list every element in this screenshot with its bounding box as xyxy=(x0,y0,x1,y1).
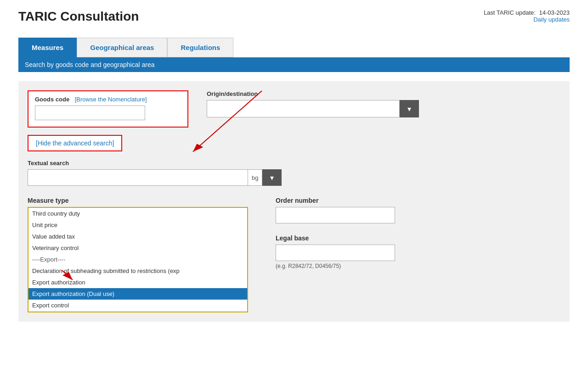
bottom-section: Measure type Third country dutyUnit pric… xyxy=(28,197,560,312)
origin-label: Origin/destination xyxy=(207,90,560,97)
language-dropdown-button[interactable]: ▾ xyxy=(262,169,282,186)
update-label: Last TARIC update: xyxy=(484,9,536,16)
legal-base-hint: (e.g. R2842/72, D0456/75) xyxy=(276,263,560,269)
legal-base-label: Legal base xyxy=(276,234,560,242)
textual-row: bg ▾ xyxy=(28,169,560,186)
list-item[interactable]: Unit price xyxy=(28,219,247,231)
list-item[interactable]: Value added tax xyxy=(28,231,247,242)
advanced-search-toggle: [Hide the advanced search] xyxy=(28,135,122,151)
goods-code-input[interactable] xyxy=(35,106,145,120)
chevron-down-icon: ▾ xyxy=(407,105,411,113)
tab-geographical-areas[interactable]: Geographical areas xyxy=(77,38,167,57)
main-content: Goods code [Browse the Nomenclature] Ori… xyxy=(18,81,570,322)
goods-code-label: Goods code [Browse the Nomenclature] xyxy=(35,96,181,103)
list-item[interactable]: Veterinary control xyxy=(28,242,247,254)
list-item[interactable]: Export authorization xyxy=(28,277,247,288)
hide-advanced-search-link[interactable]: [Hide the advanced search] xyxy=(36,139,114,147)
order-number-section: Order number xyxy=(276,197,560,223)
order-number-label: Order number xyxy=(276,197,560,204)
origin-input[interactable] xyxy=(207,100,400,117)
textual-search-input[interactable] xyxy=(28,169,248,186)
update-date: 14-03-2023 xyxy=(539,9,570,16)
measure-type-label: Measure type xyxy=(28,197,248,204)
legal-base-section: Legal base (e.g. R2842/72, D0456/75) xyxy=(276,234,560,269)
order-number-input[interactable] xyxy=(276,207,395,223)
textual-section: Textual search bg ▾ xyxy=(28,160,560,186)
measure-list[interactable]: Third country dutyUnit priceValue added … xyxy=(28,208,247,312)
list-item[interactable]: Export control xyxy=(28,300,247,311)
list-item[interactable]: Export control xyxy=(28,311,247,312)
textual-search-label: Textual search xyxy=(28,160,560,167)
page-title: TARIC Consultation xyxy=(18,9,139,24)
list-item[interactable]: Declaration of subheading submitted to r… xyxy=(28,265,247,277)
chevron-down-icon: ▾ xyxy=(270,173,274,182)
tab-measures[interactable]: Measures xyxy=(18,38,77,57)
measure-list-box: Third country dutyUnit priceValue added … xyxy=(28,207,248,312)
list-item[interactable]: Export authorization (Dual use) xyxy=(28,288,247,300)
right-panel: Order number Legal base (e.g. R2842/72, … xyxy=(276,197,560,312)
tabs: Measures Geographical areas Regulations xyxy=(18,38,570,57)
tab-regulations[interactable]: Regulations xyxy=(167,38,233,57)
goods-row: Goods code [Browse the Nomenclature] Ori… xyxy=(28,90,560,128)
daily-updates-link[interactable]: Daily updates xyxy=(533,16,570,23)
search-strip: Search by goods code and geographical ar… xyxy=(18,57,570,72)
update-info: Last TARIC update: 14-03-2023 Daily upda… xyxy=(484,9,570,23)
measure-type-section: Measure type Third country dutyUnit pric… xyxy=(28,197,248,312)
origin-dropdown-button[interactable]: ▾ xyxy=(400,100,419,117)
header: TARIC Consultation Last TARIC update: 14… xyxy=(18,9,570,24)
list-item[interactable]: Third country duty xyxy=(28,208,247,219)
legal-base-input[interactable] xyxy=(276,245,395,261)
language-label: bg xyxy=(248,169,262,186)
origin-section: Origin/destination ▾ xyxy=(207,90,560,117)
goods-code-section: Goods code [Browse the Nomenclature] xyxy=(28,90,188,128)
browse-nomenclature-link[interactable]: [Browse the Nomenclature] xyxy=(75,96,147,103)
origin-input-row: ▾ xyxy=(207,100,560,117)
list-item[interactable]: ----Export---- xyxy=(28,254,247,265)
